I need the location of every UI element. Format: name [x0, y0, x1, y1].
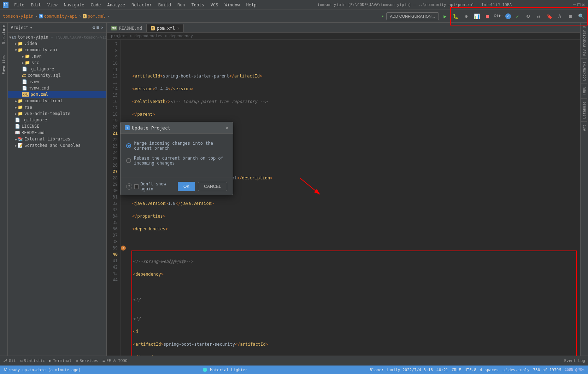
menu-build[interactable]: Build — [155, 2, 174, 8]
tree-mvnw[interactable]: 📄 mvnw — [8, 79, 106, 85]
git-bottom-item[interactable]: ⎇ Git — [3, 358, 16, 363]
community-api-label: community-api — [24, 47, 58, 52]
blame-info[interactable]: Blame: iuoily 2022/7/4 3:18 — [370, 368, 433, 372]
services-bottom-item[interactable]: ◈ Services — [76, 358, 99, 363]
xml-tab-icon: X — [151, 26, 155, 30]
code-line-20: <!--spring-web起步依赖--> — [133, 258, 575, 265]
menu-file[interactable]: File — [11, 2, 27, 8]
menu-window[interactable]: Window — [222, 2, 242, 8]
menu-bar: File Edit View Navigate Code Analyze Ref… — [11, 2, 259, 8]
menu-vcs[interactable]: VCS — [208, 2, 221, 8]
code-editor[interactable]: 7 8 9 10 11 12 13 14 15 16 17 18 19 20 2… — [107, 40, 580, 356]
tree-mvnw-cmd[interactable]: 📄 mvnw.cmd — [8, 85, 106, 91]
debug-button[interactable]: 🐛 — [452, 12, 460, 21]
mvn-label: .mvn — [31, 54, 42, 59]
revert-button[interactable]: ↺ — [534, 12, 543, 21]
translate-button[interactable]: A — [555, 12, 564, 21]
radio-merge-btn[interactable] — [126, 143, 131, 148]
minimize-btn[interactable]: ─ — [573, 1, 576, 8]
history-button[interactable]: ⟲ — [524, 12, 532, 21]
tree-community-sql[interactable]: 🗃 community.sql — [8, 72, 106, 79]
layout-button[interactable]: ⊞ — [566, 12, 575, 21]
tree-src[interactable]: ▶ 📁 src — [8, 59, 106, 66]
project-breadcrumb: tomson-yipin › M community-api › X pom.x… — [3, 14, 110, 19]
menu-run[interactable]: Run — [175, 2, 188, 8]
database-panel[interactable]: Database — [581, 98, 587, 121]
structure-panel-label[interactable]: Structure — [0, 23, 7, 46]
stop-button[interactable]: ■ — [483, 12, 492, 21]
tree-scratches[interactable]: ▶ 📝 Scratches and Consoles — [8, 142, 106, 149]
todo-bottom-item[interactable]: ≡ EE & TODO — [102, 358, 127, 363]
tree-gitignore[interactable]: 📄 .gitignore — [8, 66, 106, 72]
menu-edit[interactable]: Edit — [28, 2, 44, 8]
breadcrumb-module[interactable]: M community-api — [39, 14, 77, 19]
event-log-item[interactable]: Event Log — [564, 358, 585, 363]
tab-pom-xml[interactable]: X pom.xml × — [147, 24, 184, 32]
tab-readme[interactable]: MD README.md — [107, 24, 147, 32]
gitignore-label: .gitignore — [29, 67, 54, 71]
vcs-check-icon[interactable]: ✓ — [513, 12, 522, 21]
dialog-close-button[interactable]: × — [226, 125, 229, 131]
encoding-info[interactable]: UTF-8 — [465, 368, 476, 372]
tree-gitignore2[interactable]: 📄 .gitignore — [8, 117, 106, 123]
radio-rebase[interactable]: Rebase the current branch on top of inco… — [126, 156, 227, 166]
indent-info[interactable]: 4 spaces — [480, 368, 499, 372]
bookmark-button[interactable]: 🔖 — [545, 12, 553, 21]
tree-root[interactable]: ▼ 🗂 tomson-yipin – F\CODE\JAVA\tomson-yi… — [8, 34, 106, 40]
dont-show-checkbox[interactable] — [134, 184, 139, 189]
tree-external-libs[interactable]: ▶ 📚 External Libraries — [8, 136, 106, 142]
tree-idea[interactable]: ▶ 📁 .idea — [8, 40, 106, 47]
sidebar-settings-icon[interactable]: ⚙ — [93, 25, 95, 30]
ok-button[interactable]: OK — [178, 182, 195, 191]
tree-mvn[interactable]: ▶ 📁 .mvn — [8, 53, 106, 59]
radio-rebase-btn[interactable] — [126, 158, 131, 163]
bookmarks-panel[interactable]: Bookmarks — [581, 58, 587, 84]
tree-readme[interactable]: 📖 README.md — [8, 130, 106, 136]
cancel-button[interactable]: CANCEL — [198, 182, 227, 191]
pom-tab-close[interactable]: × — [177, 27, 179, 30]
menu-help[interactable]: Help — [243, 2, 259, 8]
sidebar-close-icon[interactable]: × — [101, 25, 104, 30]
menu-refactor[interactable]: Refactor — [129, 2, 155, 8]
statistic-bottom-item[interactable]: ◎ Statistic — [20, 358, 45, 363]
tree-vue-admin[interactable]: ▶ 📁 vue-admin-template — [8, 110, 106, 117]
gutter-dot-40[interactable]: ⊕ — [121, 246, 126, 251]
tree-rsa[interactable]: ▶ 📁 rsa — [8, 104, 106, 110]
editor-tabs: MD README.md X pom.xml × — [107, 23, 580, 33]
search-button[interactable]: 🔍 — [577, 12, 585, 21]
todo-panel-right[interactable]: TODO — [581, 84, 587, 98]
code-region: <artifactId>spring-boot-starter-parent</… — [132, 60, 576, 356]
radio-merge[interactable]: Merge incoming changes into the current … — [126, 141, 227, 151]
menu-navigate[interactable]: Navigate — [61, 2, 87, 8]
menu-tools[interactable]: Tools — [189, 2, 207, 8]
breadcrumb-root[interactable]: tomson-yipin — [3, 14, 34, 19]
favorites-panel-label[interactable]: Favorites — [0, 53, 7, 76]
breadcrumb-file[interactable]: X pom.xml — [83, 14, 106, 19]
add-configuration-button[interactable]: ADD CONFIGURATION... — [386, 12, 439, 20]
tree-license[interactable]: 📄 LICENSE — [8, 123, 106, 130]
key-promoter-panel[interactable]: Key Promoter X — [581, 23, 587, 58]
terminal-bottom-item[interactable]: ▶ Terminal — [49, 358, 72, 363]
profiler-button[interactable]: 📊 — [473, 12, 481, 21]
event-log-label: Event Log — [564, 358, 585, 363]
code-editor-content[interactable]: <artifactId>spring-boot-starter-parent</… — [128, 40, 580, 356]
crlf-info[interactable]: CRLF — [452, 368, 461, 372]
sidebar-layout-icon[interactable]: ⊞ — [96, 25, 99, 30]
ant-panel[interactable]: Ant — [581, 121, 587, 134]
coverage-button[interactable]: ⊕ — [462, 12, 471, 21]
help-icon[interactable]: ? — [126, 183, 132, 190]
close-btn[interactable]: × — [582, 1, 585, 8]
mvnw-label: mvnw — [29, 79, 39, 84]
tree-pom-xml[interactable]: XML pom.xml — [8, 91, 106, 98]
statistic-label: Statistic — [24, 358, 45, 363]
services-label: Services — [80, 358, 98, 363]
menu-analyze[interactable]: Analyze — [104, 2, 128, 8]
tree-community-api[interactable]: ▼ 📁 community-api — [8, 47, 106, 53]
maximize-btn[interactable]: □ — [578, 1, 581, 8]
tree-community-front[interactable]: ▶ 📁 community-front — [8, 98, 106, 104]
update-project-dialog: ↕ Update Project × Merge incoming change… — [120, 122, 233, 195]
menu-view[interactable]: View — [45, 2, 60, 8]
run-button[interactable]: ▶ — [441, 12, 449, 21]
terminal-icon: ▶ — [49, 358, 52, 363]
menu-code[interactable]: Code — [88, 2, 104, 8]
